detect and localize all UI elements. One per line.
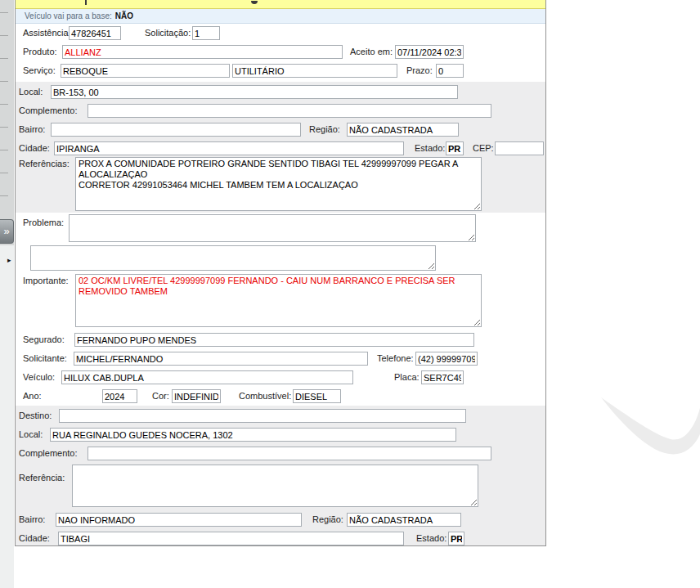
origem-bairro-label: Bairro: <box>19 123 45 137</box>
telefone-label: Telefone: <box>377 352 414 366</box>
aceito-em-input[interactable] <box>395 45 464 59</box>
destino-estado-input[interactable] <box>448 532 464 545</box>
splitter-tick <box>0 81 8 82</box>
splitter-tick <box>0 12 8 13</box>
solicitante-label: Solicitante: <box>23 352 67 366</box>
servico-tipo-input[interactable] <box>232 64 397 78</box>
produto-input[interactable] <box>62 45 343 59</box>
assistencia-input[interactable] <box>69 26 121 40</box>
origem-local-label: Local: <box>19 85 43 99</box>
clipped-window-title-bar <box>16 0 545 9</box>
title-glyph-fragment <box>251 1 258 4</box>
arrow-right-icon: ▸ <box>7 256 11 264</box>
destino-bairro-input[interactable] <box>56 513 302 527</box>
solicitante-input[interactable] <box>74 352 368 366</box>
splitter-tick <box>0 35 8 36</box>
banner-label: Veículo vai para a base: <box>25 11 112 20</box>
segurado-label: Segurado: <box>23 333 65 347</box>
destino-regiao-label: Região: <box>312 513 343 527</box>
origem-complemento-label: Complemento: <box>19 104 78 118</box>
assistencia-label: Assistência: <box>23 26 71 40</box>
origem-complemento-input[interactable] <box>88 104 491 118</box>
veiculo-label: Veículo: <box>23 370 55 384</box>
combustivel-label: Combustível: <box>239 389 291 403</box>
destino-local-input[interactable] <box>50 428 456 442</box>
ano-input[interactable] <box>102 389 137 403</box>
prazo-label: Prazo: <box>406 64 433 78</box>
collapsed-side-panel <box>0 0 14 245</box>
assistance-dispatch-window: » ▸ Veículo vai para a base:NÃO Assistên… <box>0 0 700 588</box>
solicitacao-label: Solicitação: <box>145 26 191 40</box>
referencias-textarea[interactable]: PROX A COMUNIDADE POTREIRO GRANDE SENTID… <box>75 157 482 211</box>
destino-regiao-input[interactable] <box>347 513 461 527</box>
origem-regiao-label: Região: <box>309 123 340 137</box>
segurado-input[interactable] <box>74 333 474 347</box>
origem-cep-input[interactable] <box>495 141 544 155</box>
destino-referencia-textarea[interactable] <box>72 465 478 507</box>
destino-bairro-label: Bairro: <box>19 513 45 527</box>
destino-complemento-label: Complemento: <box>19 447 78 460</box>
banner-value: NÃO <box>115 11 133 20</box>
chevron-double-right-icon: » <box>3 225 9 237</box>
title-glyph-fragment <box>85 0 87 5</box>
importante-textarea[interactable]: 02 OC/KM LIVRE/TEL 42999997099 FERNANDO … <box>75 274 482 327</box>
veiculo-input[interactable] <box>61 370 353 384</box>
destino-complemento-input[interactable] <box>88 447 491 460</box>
destino-cidade-input[interactable] <box>58 532 404 545</box>
splitter-tick <box>0 173 8 173</box>
aceito-em-label: Aceito em: <box>350 45 393 59</box>
problema-textarea[interactable] <box>69 214 476 242</box>
problema-label: Problema: <box>23 216 64 230</box>
servico-label: Serviço: <box>23 64 56 78</box>
placa-label: Placa: <box>394 370 420 384</box>
splitter-handle[interactable]: ▸ <box>7 257 11 264</box>
destino-referencia-label: Referência: <box>19 471 65 485</box>
importante-label: Importante: <box>23 274 69 288</box>
destino-input[interactable] <box>59 409 466 423</box>
cor-input[interactable] <box>172 389 221 403</box>
origem-cidade-input[interactable] <box>54 141 404 155</box>
expand-panel-button[interactable]: » <box>0 219 14 244</box>
origem-estado-label: Estado: <box>415 141 445 155</box>
origem-estado-input[interactable] <box>446 141 464 155</box>
destino-estado-label: Estado: <box>416 532 446 545</box>
solicitacao-input[interactable] <box>192 26 220 40</box>
telefone-input[interactable] <box>415 352 478 366</box>
collapsed-side-panel-lower <box>0 245 14 588</box>
splitter-tick <box>0 104 8 105</box>
combustivel-input[interactable] <box>293 389 341 403</box>
destino-label: Destino: <box>19 409 52 423</box>
swoosh-watermark <box>572 372 700 466</box>
observacao-textarea[interactable] <box>30 245 436 271</box>
splitter-tick <box>0 195 8 196</box>
destino-cidade-label: Cidade: <box>19 532 50 545</box>
produto-label: Produto: <box>23 45 57 59</box>
splitter-tick <box>0 127 8 128</box>
origem-bairro-input[interactable] <box>51 123 301 137</box>
placa-input[interactable] <box>421 370 464 384</box>
origem-regiao-input[interactable] <box>347 123 459 137</box>
vehicle-to-base-banner: Veículo vai para a base:NÃO <box>16 9 545 24</box>
splitter-tick <box>0 150 8 150</box>
ano-label: Ano: <box>23 389 42 403</box>
splitter-tick <box>0 58 8 59</box>
origem-cidade-label: Cidade: <box>19 141 50 155</box>
destino-local-label: Local: <box>19 428 43 442</box>
origem-cep-label: CEP: <box>473 141 494 155</box>
prazo-input[interactable] <box>436 64 464 78</box>
referencias-label: Referências: <box>19 157 70 171</box>
cor-label: Cor: <box>152 389 169 403</box>
origem-local-input[interactable] <box>51 85 458 99</box>
servico-input[interactable] <box>61 64 230 78</box>
